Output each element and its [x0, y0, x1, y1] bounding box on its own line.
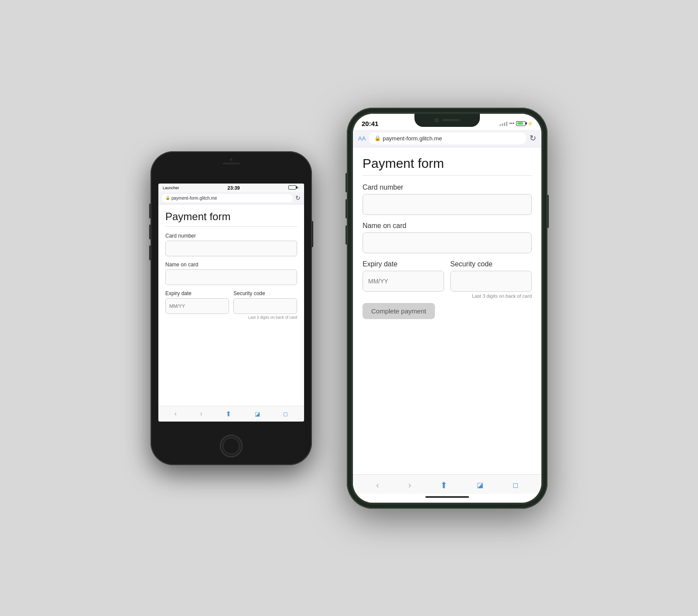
name-on-card-group: Name on card — [165, 262, 297, 285]
security-group: Security code Last 3 digits on back of c… — [233, 290, 297, 320]
card-number-group-11: Card number — [363, 184, 532, 215]
notch-camera — [435, 118, 439, 123]
charging-icon-11: ⚡ — [527, 121, 533, 126]
bookmarks-button-11[interactable]: ◪ — [477, 481, 483, 489]
battery-fill-11 — [517, 122, 524, 125]
name-on-card-input-11[interactable] — [363, 232, 532, 253]
expiry-input[interactable] — [165, 298, 229, 314]
name-on-card-label: Name on card — [165, 262, 297, 268]
speaker-bar — [222, 163, 240, 164]
url-text: payment-form.glitch.me — [171, 196, 217, 201]
card-number-input[interactable] — [165, 241, 297, 256]
card-number-group: Card number — [165, 233, 297, 256]
expiry-group-11: Expiry date — [363, 260, 444, 299]
reload-button[interactable]: ↻ — [295, 194, 301, 201]
tabs-button-11[interactable]: ◻ — [513, 481, 518, 489]
name-on-card-input[interactable] — [165, 269, 297, 285]
form-title-11: Payment form — [363, 156, 532, 171]
share-button-11[interactable]: ⬆ — [440, 480, 448, 490]
camera-dot — [230, 158, 233, 161]
bookmarks-button[interactable]: ◪ — [255, 411, 260, 417]
reload-button-11[interactable]: ↻ — [530, 133, 536, 143]
share-button[interactable]: ⬆ — [226, 410, 231, 418]
security-label: Security code — [233, 290, 297, 296]
volume-buttons-11 — [346, 173, 347, 245]
security-input-11[interactable] — [450, 271, 532, 292]
notch-speaker — [442, 119, 460, 121]
right-status-icons: + — [288, 185, 300, 191]
form-divider — [165, 226, 297, 227]
wifi-icon: ⋯ — [509, 120, 514, 126]
power-button-11 — [547, 195, 549, 228]
card-number-label: Card number — [165, 233, 297, 239]
screen: Launcher 23:39 + 🔒 payment-form.glitch.m… — [158, 184, 304, 422]
url-bar: 🔒 payment-form.glitch.me ↻ — [158, 192, 304, 204]
form-title: Payment form — [165, 211, 297, 223]
time-display: 23:39 — [228, 185, 240, 191]
top-sensor-area — [222, 158, 240, 164]
expiry-security-row: Expiry date Security code Last 3 digits … — [165, 290, 297, 320]
tabs-button[interactable]: ◻ — [283, 411, 288, 417]
volume-buttons — [149, 204, 151, 260]
home-indicator — [353, 494, 541, 503]
security-hint-11: Last 3 digits on back of card — [450, 293, 532, 299]
url-field-11[interactable]: 🔒 payment-form.glitch.me — [369, 133, 526, 144]
notch — [414, 114, 480, 127]
right-status-11: ⋯ ⚡ — [500, 120, 533, 126]
back-button-11[interactable]: ‹ — [376, 480, 379, 490]
complete-payment-button[interactable]: Complete payment — [363, 303, 435, 319]
status-bar: Launcher 23:39 + — [158, 184, 304, 192]
card-number-input-11[interactable] — [363, 194, 532, 215]
signal-icon — [500, 121, 507, 126]
expiry-input-11[interactable] — [363, 271, 444, 292]
browser-content: Payment form Card number Name on card Ex… — [158, 204, 304, 406]
charging-icon: + — [298, 186, 300, 190]
form-divider-11 — [363, 175, 532, 176]
forward-button[interactable]: › — [200, 410, 202, 418]
battery-indicator — [288, 185, 296, 191]
expiry-security-row-11: Expiry date Security code Last 3 digits … — [363, 260, 532, 299]
browser-nav-bar-11: ‹ › ⬆ ◪ ◻ — [353, 474, 541, 494]
browser-content-11: Payment form Card number Name on card Ex… — [353, 147, 541, 474]
carrier-label: Launcher — [163, 186, 179, 190]
aa-button[interactable]: AA — [358, 135, 366, 142]
screen-11: 20:41 ⋯ ⚡ AA 🔒 payment-form.glitc — [353, 114, 541, 503]
security-label-11: Security code — [450, 260, 532, 268]
expiry-label: Expiry date — [165, 290, 229, 296]
power-button — [312, 221, 313, 247]
home-button[interactable] — [220, 435, 243, 457]
url-text-11: payment-form.glitch.me — [383, 135, 442, 142]
security-group-11: Security code Last 3 digits on back of c… — [450, 260, 532, 299]
lock-icon-11: 🔒 — [374, 135, 381, 141]
iphone-11: 20:41 ⋯ ⚡ AA 🔒 payment-form.glitc — [347, 108, 547, 509]
url-bar-11: AA 🔒 payment-form.glitch.me ↻ — [353, 130, 541, 147]
time-display-11: 20:41 — [362, 120, 378, 127]
security-input[interactable] — [233, 298, 297, 314]
url-field[interactable]: 🔒 payment-form.glitch.me — [162, 194, 293, 202]
lock-icon: 🔒 — [165, 196, 170, 200]
browser-nav-bar: ‹ › ⬆ ◪ ◻ — [158, 406, 304, 422]
battery-body — [288, 185, 296, 190]
expiry-group: Expiry date — [165, 290, 229, 320]
name-on-card-label-11: Name on card — [363, 222, 532, 230]
battery-icon — [288, 185, 296, 190]
iphone-7: Launcher 23:39 + 🔒 payment-form.glitch.m… — [151, 151, 312, 465]
name-on-card-group-11: Name on card — [363, 222, 532, 253]
forward-button-11[interactable]: › — [408, 480, 411, 490]
back-button[interactable]: ‹ — [174, 410, 177, 418]
expiry-label-11: Expiry date — [363, 260, 444, 268]
card-number-label-11: Card number — [363, 184, 532, 191]
security-hint: Last 3 digits on back of card — [233, 315, 297, 320]
battery-icon-11 — [516, 121, 526, 126]
